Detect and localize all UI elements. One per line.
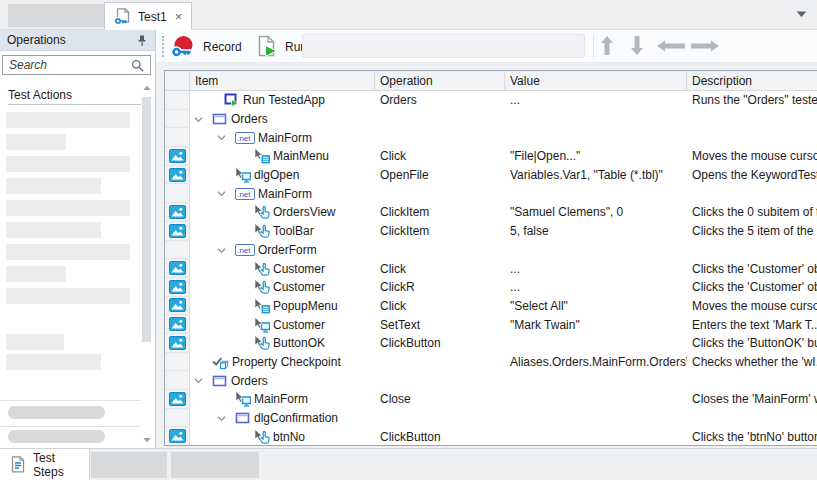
description-cell: Clicks the 'Customer' ob... [687,259,817,278]
redacted-list-item[interactable] [6,222,101,238]
test-step-row[interactable]: ButtonOKClickButtonClicks the 'ButtonOK'… [165,334,817,353]
item-cell: PopupMenu [190,297,375,316]
test-step-row[interactable]: ToolBarClickItem5, falseClicks the 5 ite… [165,222,817,241]
inactive-bottom-tab-placeholder[interactable] [91,452,167,478]
screenshot-cell [165,259,190,278]
image-icon[interactable] [169,168,186,182]
test-step-row[interactable]: btnNoClickButtonClicks the 'btnNo' butto… [165,427,817,446]
test-step-row[interactable]: .netOrderForm [165,241,817,260]
screenshot-cell [165,409,190,428]
chevron-expanded-icon[interactable] [217,133,226,142]
test-step-row[interactable]: dlgConfirmation [165,409,817,428]
image-icon[interactable] [169,317,186,331]
image-icon[interactable] [169,205,186,219]
search-input[interactable]: Search [2,55,151,75]
redacted-list-item[interactable] [6,112,130,128]
test-step-row[interactable]: .netMainForm [165,184,817,203]
value-cell: 5, false [505,222,687,241]
column-header-operation[interactable]: Operation [375,71,505,90]
tab-test1[interactable]: Test1 × [104,2,192,30]
test-step-row[interactable]: .netMainForm [165,128,817,147]
operation-cell: ClickR [375,278,505,297]
test-step-row[interactable]: OrdersViewClickItem"Samuel Clemens", 0Cl… [165,203,817,222]
column-header-screenshot[interactable] [165,71,190,90]
image-icon[interactable] [169,336,186,350]
redacted-section-header[interactable] [8,430,105,443]
item-cell: Customer [190,315,375,334]
section-divider [0,426,141,427]
redacted-list-item[interactable] [6,288,130,304]
dotnet-icon: .net [235,242,255,258]
test-step-row[interactable]: MainFormCloseCloses the 'MainForm' w... [165,390,817,409]
cursor-menu-icon [254,148,270,164]
move-right-icon[interactable] [690,39,720,53]
column-header-value[interactable]: Value [505,71,687,90]
redacted-list-item[interactable] [6,156,130,172]
tab-test-steps[interactable]: Test Steps [0,449,90,480]
item-label: btnNo [273,430,305,444]
redacted-list-item[interactable] [6,354,101,370]
redacted-section-header[interactable] [8,406,105,419]
test-step-row[interactable]: CustomerClick...Clicks the 'Customer' ob… [165,259,817,278]
operations-panel-header: Operations [0,30,155,51]
image-icon[interactable] [169,261,186,275]
operation-cell: Click [375,147,505,166]
image-icon[interactable] [169,429,186,443]
redacted-list-item[interactable] [6,244,130,260]
move-down-icon[interactable] [630,35,644,56]
image-icon[interactable] [169,298,186,312]
toolbar-input[interactable] [302,34,585,58]
test-step-row[interactable]: Run TestedAppOrders...Runs the "Orders" … [165,91,817,110]
close-tab-icon[interactable]: × [175,9,183,24]
move-up-icon[interactable] [600,35,614,56]
image-icon[interactable] [169,224,186,238]
image-icon[interactable] [169,392,186,406]
test-step-row[interactable]: CustomerClickR...Clicks the 'Customer' o… [165,278,817,297]
column-header-item[interactable]: Item [190,71,375,90]
test-step-row[interactable]: Orders [165,371,817,390]
redacted-list-item[interactable] [6,200,130,216]
scroll-up-icon[interactable] [143,84,151,92]
operation-cell [375,184,505,203]
chevron-expanded-icon[interactable] [217,189,226,198]
description-cell: Closes the 'MainForm' w... [687,390,817,409]
test-step-row[interactable]: Property CheckpointAliases.Orders.MainFo… [165,353,817,372]
image-icon[interactable] [169,149,186,163]
sidebar-scrollbar[interactable] [141,84,153,444]
item-label: Customer [273,318,325,332]
inactive-tab-placeholder[interactable] [8,4,104,27]
tab-list-dropdown-icon[interactable] [796,11,807,18]
pin-icon[interactable] [136,34,148,47]
item-cell: MainMenu [190,147,375,166]
move-left-icon[interactable] [656,39,686,53]
inactive-bottom-tab-placeholder[interactable] [171,452,259,478]
test-step-row[interactable]: PopupMenuClick"Select All"Moves the mous… [165,297,817,316]
test-actions-header[interactable]: Test Actions [8,85,141,105]
record-button[interactable]: Record [167,33,245,60]
chevron-expanded-icon[interactable] [217,246,226,255]
redacted-list-item[interactable] [6,266,66,282]
image-icon[interactable] [169,280,186,294]
dotnet-icon: .net [235,130,255,146]
document-tab-bar: Test1 × [0,0,817,30]
item-cell: dlgOpen [190,166,375,185]
description-cell: Opens the KeywordTest... [687,166,817,185]
redacted-list-item[interactable] [6,334,64,350]
scroll-down-icon[interactable] [143,436,151,444]
test-step-row[interactable]: dlgOpenOpenFileVariables.Var1, "Table (*… [165,166,817,185]
chevron-expanded-icon[interactable] [194,376,203,385]
operation-cell: ClickButton [375,334,505,353]
redacted-list-item[interactable] [6,178,101,194]
description-cell: Clicks the 0 subitem of t... [687,203,817,222]
chevron-expanded-icon[interactable] [217,414,226,423]
test-step-row[interactable]: CustomerSetText"Mark Twain"Enters the te… [165,315,817,334]
toolbar-drag-handle[interactable] [162,36,166,57]
chevron-expanded-icon[interactable] [194,115,203,124]
item-label: PopupMenu [273,299,338,313]
redacted-list-item[interactable] [6,134,66,150]
column-header-description[interactable]: Description [687,71,817,90]
test-step-row[interactable]: MainMenuClick"File|Open..."Moves the mou… [165,147,817,166]
test-step-row[interactable]: Orders [165,110,817,129]
search-icon [131,59,144,72]
scrollbar-thumb[interactable] [142,97,151,342]
